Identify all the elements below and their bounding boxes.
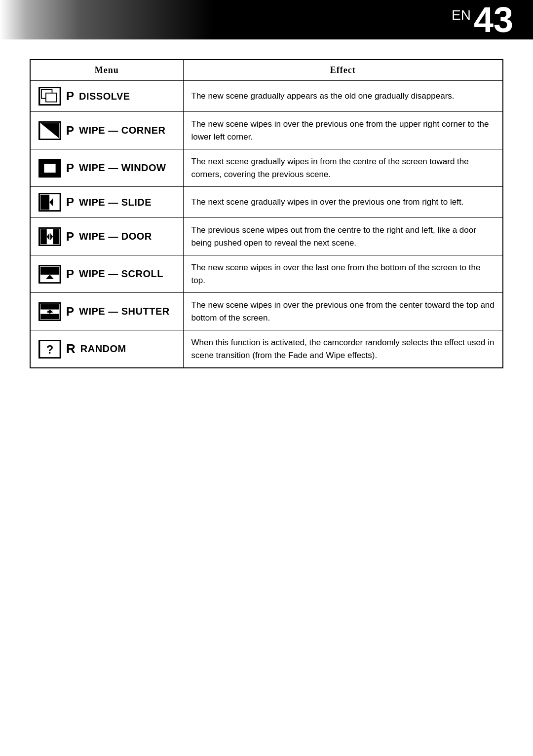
- menu-cell-wipe-scroll: P WIPE — SCROLL: [30, 255, 183, 293]
- wipe-corner-letter: P: [66, 124, 74, 138]
- menu-cell-dissolve: P DISSOLVE: [30, 81, 183, 112]
- wipe-shutter-letter: P: [66, 305, 74, 319]
- effect-wipe-corner: The new scene wipes in over the previous…: [183, 112, 503, 149]
- wipe-slide-letter: P: [66, 195, 74, 209]
- random-icon: ?: [38, 340, 61, 359]
- table-row: P WIPE — WINDOW The next scene gradually…: [30, 149, 503, 187]
- wipe-door-letter: P: [66, 230, 74, 244]
- effect-wipe-door: The previous scene wipes out from the ce…: [183, 218, 503, 255]
- svg-rect-16: [40, 266, 59, 274]
- effect-random: When this function is activated, the cam…: [183, 330, 503, 368]
- menu-cell-wipe-door: P WIPE — DOOR: [30, 218, 183, 255]
- svg-rect-12: [53, 229, 59, 244]
- wipe-scroll-icon: [38, 265, 61, 284]
- wipe-slide-icon: [38, 193, 61, 212]
- effect-wipe-shutter: The new scene wipes in over the previous…: [183, 293, 503, 330]
- svg-rect-11: [40, 229, 47, 244]
- wipe-scroll-label: WIPE — SCROLL: [79, 268, 163, 280]
- svg-rect-19: [40, 304, 59, 309]
- table-row: P WIPE — SHUTTER The new scene wipes in …: [30, 293, 503, 330]
- wipe-shutter-label: WIPE — SHUTTER: [79, 306, 170, 317]
- table-header-row: Menu Effect: [30, 60, 503, 81]
- table-row: ? R RANDOM When this function is activat…: [30, 330, 503, 368]
- wipe-shutter-icon: [38, 302, 61, 321]
- table-row: P DISSOLVE The new scene gradually appea…: [30, 81, 503, 112]
- wipe-corner-icon: [38, 121, 61, 140]
- wipe-window-label: WIPE — WINDOW: [79, 162, 166, 174]
- table-row: P WIPE — SLIDE The next scene gradually …: [30, 187, 503, 218]
- menu-cell-random: ? R RANDOM: [30, 330, 183, 368]
- table-row: P WIPE — CORNER The new scene wipes in o…: [30, 112, 503, 149]
- col-menu-header: Menu: [30, 60, 183, 81]
- svg-rect-20: [40, 314, 59, 319]
- dissolve-letter: P: [66, 89, 74, 103]
- svg-rect-2: [46, 93, 56, 102]
- main-content: Menu Effect P: [0, 39, 533, 388]
- effect-wipe-slide: The next scene gradually wipes in over t…: [183, 187, 503, 218]
- wipe-corner-label: WIPE — CORNER: [79, 125, 165, 136]
- effects-table: Menu Effect P: [30, 59, 503, 368]
- header: EN43: [0, 0, 533, 39]
- menu-cell-wipe-window: P WIPE — WINDOW: [30, 149, 183, 187]
- wipe-door-icon: [38, 227, 61, 246]
- wipe-door-label: WIPE — DOOR: [79, 231, 152, 242]
- col-effect-header: Effect: [183, 60, 503, 81]
- dissolve-label: DISSOLVE: [79, 91, 130, 102]
- table-row: P WIPE — DOOR The previous scene wipes o…: [30, 218, 503, 255]
- dissolve-icon: [38, 87, 61, 106]
- menu-cell-wipe-corner: P WIPE — CORNER: [30, 112, 183, 149]
- effect-wipe-scroll: The new scene wipes in over the last one…: [183, 255, 503, 293]
- menu-cell-wipe-slide: P WIPE — SLIDE: [30, 187, 183, 218]
- effect-wipe-window: The next scene gradually wipes in from t…: [183, 149, 503, 187]
- page-number: EN43: [452, 2, 513, 37]
- wipe-window-letter: P: [66, 161, 74, 175]
- wipe-window-icon: [38, 159, 61, 178]
- svg-rect-8: [40, 195, 49, 210]
- menu-cell-wipe-shutter: P WIPE — SHUTTER: [30, 293, 183, 330]
- effect-dissolve: The new scene gradually appears as the o…: [183, 81, 503, 112]
- svg-rect-6: [44, 164, 55, 173]
- random-label: RANDOM: [80, 343, 126, 355]
- wipe-scroll-letter: P: [66, 267, 74, 281]
- wipe-slide-label: WIPE — SLIDE: [79, 197, 152, 208]
- random-letter: R: [66, 341, 76, 357]
- table-row: P WIPE — SCROLL The new scene wipes in o…: [30, 255, 503, 293]
- svg-text:?: ?: [46, 343, 53, 356]
